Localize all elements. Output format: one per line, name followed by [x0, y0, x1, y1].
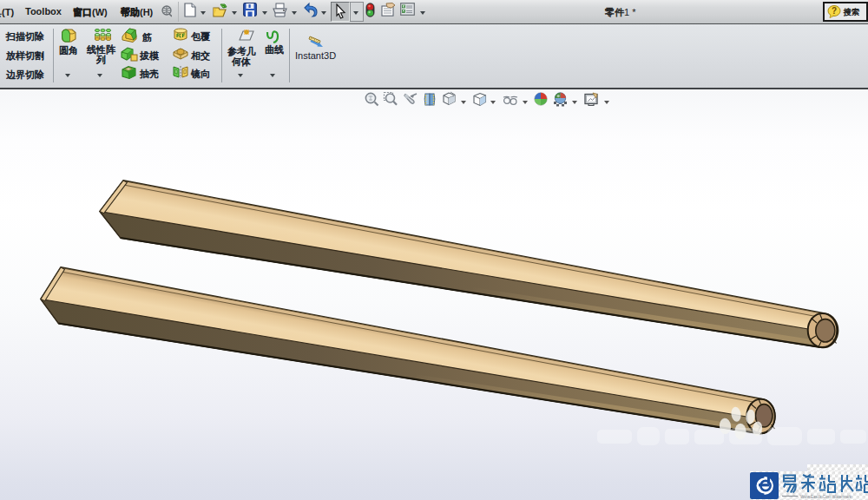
svg-text:?: ? — [832, 6, 837, 16]
svg-text:Www.Easck.Com Watermark: Www.Easck.Com Watermark — [800, 495, 852, 499]
